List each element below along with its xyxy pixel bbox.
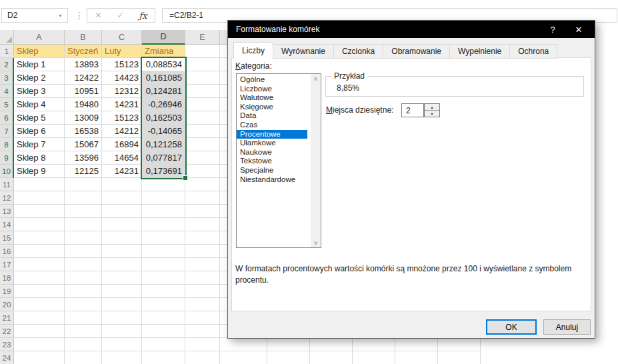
fill-handle[interactable]: [183, 175, 188, 181]
row-header[interactable]: 15: [0, 231, 14, 245]
cancel-entry-icon[interactable]: ✕: [95, 11, 101, 20]
cell[interactable]: [102, 178, 142, 191]
cell[interactable]: [310, 351, 353, 364]
ok-button[interactable]: OK: [486, 319, 537, 335]
category-item[interactable]: Walutowe: [237, 93, 307, 103]
cell[interactable]: [102, 231, 142, 245]
cell[interactable]: [14, 351, 65, 364]
cell[interactable]: 14231: [102, 98, 142, 111]
cell[interactable]: [185, 98, 220, 111]
cell[interactable]: [438, 338, 481, 351]
cell[interactable]: [14, 285, 65, 298]
cell[interactable]: [65, 298, 102, 311]
dialog-tab[interactable]: Liczby: [233, 42, 273, 59]
category-item[interactable]: Liczbowe: [237, 85, 307, 94]
category-item[interactable]: Czas: [237, 121, 307, 130]
cell[interactable]: [102, 311, 142, 325]
category-item[interactable]: Data: [237, 111, 307, 121]
category-item[interactable]: Procentowe: [237, 130, 307, 139]
cell[interactable]: [65, 218, 102, 231]
column-header[interactable]: D: [142, 30, 185, 45]
cell[interactable]: 0,124281: [142, 85, 185, 98]
cell[interactable]: [185, 311, 220, 325]
cell[interactable]: [353, 351, 395, 364]
cell[interactable]: 19480: [65, 98, 102, 111]
dialog-tab[interactable]: Ochrona: [509, 44, 557, 59]
cell[interactable]: [185, 271, 220, 285]
cell[interactable]: [185, 325, 220, 338]
cell[interactable]: [185, 245, 220, 258]
cell[interactable]: 13596: [65, 151, 102, 165]
cell[interactable]: [142, 338, 185, 351]
cell[interactable]: [395, 351, 438, 364]
cell[interactable]: Zmiana: [142, 45, 185, 58]
cell[interactable]: [142, 205, 185, 218]
row-header[interactable]: 12: [0, 191, 14, 205]
cell[interactable]: [185, 71, 220, 85]
cell[interactable]: [102, 205, 142, 218]
cell[interactable]: [185, 191, 220, 205]
row-header[interactable]: 7: [0, 125, 14, 138]
cell[interactable]: [102, 271, 142, 285]
cell[interactable]: [14, 311, 65, 325]
cell[interactable]: [14, 325, 65, 338]
cell[interactable]: [142, 351, 185, 364]
cell[interactable]: [142, 191, 185, 205]
insert-function-icon[interactable]: ƒx: [139, 11, 147, 21]
spinner-down-icon[interactable]: ▼: [425, 111, 439, 117]
column-header[interactable]: B: [65, 30, 102, 45]
cell[interactable]: [14, 271, 65, 285]
cell[interactable]: [185, 138, 220, 151]
dialog-tab[interactable]: Czcionka: [333, 44, 383, 59]
cell[interactable]: [102, 258, 142, 271]
cell[interactable]: [65, 325, 102, 338]
cell[interactable]: [142, 218, 185, 231]
cell[interactable]: Sklep 2: [14, 71, 65, 85]
dialog-help-icon[interactable]: ?: [543, 21, 563, 38]
cell[interactable]: Styczeń: [65, 45, 102, 58]
row-header[interactable]: 18: [0, 271, 14, 285]
cell[interactable]: [267, 338, 310, 351]
cell[interactable]: [65, 245, 102, 258]
cell[interactable]: [220, 351, 267, 364]
category-item[interactable]: Księgowe: [237, 103, 307, 112]
cell[interactable]: [65, 351, 102, 364]
cell[interactable]: Sklep 8: [14, 151, 65, 165]
cell[interactable]: [310, 338, 353, 351]
cell[interactable]: -0,14065: [142, 125, 185, 138]
name-box-dropdown-icon[interactable]: ▼: [58, 13, 63, 18]
cell[interactable]: 16894: [102, 138, 142, 151]
cancel-button[interactable]: Anuluj: [543, 319, 591, 335]
category-item[interactable]: Niestandardowe: [237, 175, 307, 185]
cell[interactable]: Luty: [102, 45, 142, 58]
cell[interactable]: [185, 351, 220, 364]
cell[interactable]: Sklep 5: [14, 111, 65, 125]
cell[interactable]: [185, 298, 220, 311]
cell[interactable]: [142, 258, 185, 271]
cell[interactable]: 15067: [65, 138, 102, 151]
row-header[interactable]: 5: [0, 98, 14, 111]
cell[interactable]: [142, 231, 185, 245]
row-header[interactable]: 13: [0, 205, 14, 218]
cell[interactable]: [102, 218, 142, 231]
cell[interactable]: [102, 298, 142, 311]
row-header[interactable]: 24: [0, 351, 14, 364]
spinner-up-icon[interactable]: ▲: [425, 104, 439, 111]
cell[interactable]: [142, 178, 185, 191]
cell[interactable]: [14, 205, 65, 218]
row-header[interactable]: 21: [0, 311, 14, 325]
cell[interactable]: [65, 258, 102, 271]
name-box[interactable]: D2 ▼: [1, 8, 68, 23]
cell[interactable]: Sklep 3: [14, 85, 65, 98]
cell[interactable]: 15123: [102, 58, 142, 71]
select-all-button[interactable]: [0, 30, 14, 45]
category-item[interactable]: Specjalne: [237, 166, 307, 175]
cell[interactable]: 0,121258: [142, 138, 185, 151]
row-header[interactable]: 1: [0, 45, 14, 58]
cell[interactable]: [185, 165, 220, 178]
cell[interactable]: [267, 351, 310, 364]
cell[interactable]: Sklep 1: [14, 58, 65, 71]
cell[interactable]: 13009: [65, 111, 102, 125]
cell[interactable]: [102, 338, 142, 351]
cell[interactable]: [185, 58, 220, 71]
